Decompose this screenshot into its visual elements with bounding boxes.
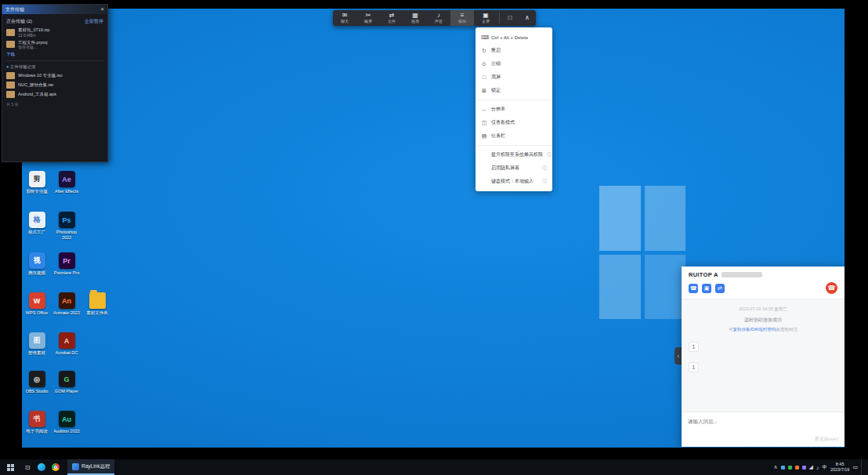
tray-app-icon[interactable]: [788, 466, 792, 470]
file-thumb-icon: [6, 72, 15, 79]
show-desktop-button[interactable]: [861, 459, 864, 475]
desktop-icon[interactable]: 素材文件夹: [84, 292, 110, 316]
bullet-icon: ●: [6, 64, 9, 69]
info-icon[interactable]: ⓘ: [547, 151, 552, 158]
desktop-icon-label: Acrobat DC: [53, 350, 80, 356]
download-link[interactable]: 下载: [6, 52, 103, 57]
chat-timestamp: 2023-07-19 19:35 星期三: [682, 306, 844, 312]
file-transfer-titlebar[interactable]: 文件传输 ×: [2, 5, 107, 14]
desktop-icon-label: Audition 2022: [53, 429, 80, 434]
history-row[interactable]: Windows 10 专业版.iso: [6, 72, 103, 79]
app-icon: Ae: [59, 171, 75, 187]
file-send-button[interactable]: ⇄: [715, 284, 725, 293]
task-view-button[interactable]: ⊡: [20, 459, 34, 475]
menu-item-lock[interactable]: ⊠锁定: [476, 84, 552, 97]
desktop-icon-label: 素材文件夹: [84, 310, 110, 316]
desktop-icon[interactable]: PsPhotoshop 2022: [53, 212, 80, 240]
message-badge[interactable]: 1: [689, 342, 699, 352]
desktop-icon[interactable]: 书电子书阅读: [24, 411, 50, 434]
transfer-row[interactable]: 工程文件.prproj 等待传输...: [6, 40, 103, 50]
desktop-icon[interactable]: 图壁纸素材: [24, 332, 50, 356]
clock[interactable]: 8:45 2023/7/19: [830, 462, 849, 473]
desktop-icon[interactable]: 剪剪映专业版: [24, 171, 50, 194]
app-icon: G: [59, 371, 75, 387]
info-icon[interactable]: ⓘ: [542, 165, 547, 172]
chat-input[interactable]: [682, 414, 844, 424]
quality-icon: ▦: [412, 13, 418, 19]
menu-item-elevate-privileges[interactable]: 提升权限至系统最高权限ⓘ: [476, 148, 552, 161]
toolbar-collapse-button[interactable]: ∧: [519, 10, 536, 26]
history-row[interactable]: Android_工具箱.apk: [6, 91, 103, 98]
menu-item-taskbar[interactable]: ▤任务栏: [476, 129, 552, 143]
raylink-app-icon: [72, 463, 79, 470]
menu-item-logout[interactable]: ⊙注销: [476, 57, 552, 71]
menu-item-keyboard-mode[interactable]: 键盘模式：本地输入ⓘ: [476, 175, 552, 188]
history-footer: 共 5 项: [6, 102, 103, 107]
taskbar-app-raylink[interactable]: RayLink远程: [67, 459, 114, 475]
tray-app-icon[interactable]: [802, 466, 806, 470]
toolbar-label: 聊天: [341, 20, 349, 24]
view-only-icon: ◫: [481, 120, 487, 126]
desktop-icon[interactable]: AeAfter Effects: [53, 171, 80, 194]
file-name: Windows 10 专业版.iso: [18, 73, 63, 78]
start-button[interactable]: [0, 459, 20, 475]
desktop-icon[interactable]: ◎OBS Studio: [24, 371, 50, 394]
voice-call-button[interactable]: ☎: [689, 284, 698, 293]
toolbar-actions-button[interactable]: ≡操作: [450, 10, 474, 26]
windows-logo-pane: [599, 186, 641, 251]
file-thumb-icon: [6, 29, 15, 36]
copy-credentials-link[interactable]: 复制设备ID和临时密码: [733, 327, 776, 332]
tray-app-icon[interactable]: [795, 466, 799, 470]
toolbar-sound-button[interactable]: ♪声音: [427, 10, 450, 26]
file-transfer-title: 文件传输: [5, 6, 24, 13]
history-row[interactable]: NUC_驱动合集.rar: [6, 82, 103, 89]
desktop-icon[interactable]: AAcrobat DC: [53, 332, 80, 356]
menu-item-restart[interactable]: ↻重启: [476, 44, 552, 57]
menu-item-resolution[interactable]: ↔分辨率: [476, 103, 552, 116]
menu-item-privacy-screen[interactable]: 启用隐私屏幕ⓘ: [476, 161, 552, 175]
desktop-icon[interactable]: 视腾讯视频: [24, 252, 50, 276]
file-thumb-icon: [6, 82, 15, 89]
menu-item-view-only[interactable]: ◫仅查看模式: [476, 116, 552, 129]
desktop-icon[interactable]: GGOM Player: [53, 371, 80, 394]
menu-item-ctrl-alt-del[interactable]: ⌨Ctrl + Alt + Delete: [476, 31, 552, 44]
network-icon[interactable]: ◢: [809, 464, 813, 470]
action-center-icon[interactable]: ▭: [852, 464, 858, 470]
screen-share-button[interactable]: ▣: [702, 284, 711, 293]
desktop-icon-label: WPS Office: [24, 310, 50, 316]
transfer-row[interactable]: 素材包_0719.zip 12.6 MB/s: [6, 27, 103, 38]
menu-item-blank-screen[interactable]: □黑屏: [476, 71, 552, 84]
desktop-icon[interactable]: 格格式工厂: [24, 212, 50, 235]
toolbar-screenshot-button[interactable]: ✂截屏: [356, 10, 380, 26]
toolbar-quality-button[interactable]: ▦画质: [403, 10, 427, 26]
panel-collapse-handle[interactable]: ‹: [675, 347, 682, 364]
desktop-icon[interactable]: AnAnimate 2022: [53, 292, 80, 316]
copy-credentials-tip: 可复制设备ID和临时密码发送给对方: [682, 327, 844, 332]
tray-app-icon[interactable]: [781, 466, 785, 470]
toolbar-file-button[interactable]: ⇄文件: [380, 10, 403, 26]
message-badge[interactable]: 1: [689, 362, 699, 372]
info-icon[interactable]: ⓘ: [542, 178, 547, 185]
actions-dropdown-menu: ⌨Ctrl + Alt + Delete ↻重启 ⊙注销 □黑屏 ⊠锁定 ↔分辨…: [476, 27, 552, 191]
language-indicator[interactable]: 中: [822, 464, 827, 471]
windows-logo-pane: [599, 255, 641, 320]
toolbar-fullscreen-button[interactable]: ▣全屏: [474, 10, 497, 26]
pause-all-link[interactable]: 全部暂停: [85, 18, 103, 25]
desktop-icon[interactable]: WWPS Office: [24, 292, 50, 316]
hangup-button[interactable]: ☎: [826, 282, 837, 294]
windows-logo-pane: [645, 255, 686, 320]
desktop-icon[interactable]: AuAudition 2022: [53, 411, 80, 434]
toolbar-window-button[interactable]: □: [501, 10, 519, 26]
close-icon[interactable]: ×: [100, 6, 104, 13]
volume-icon[interactable]: ♪: [816, 465, 819, 470]
history-section-header: ● 文件传输记录: [6, 64, 103, 70]
system-tray: ∧ ◢ ♪ 中 8:45 2023/7/19 ▭: [773, 459, 868, 475]
edge-button[interactable]: [34, 459, 49, 475]
desktop-icon[interactable]: PrPremiere Pro: [53, 252, 80, 276]
file-status: 等待传输...: [18, 45, 48, 49]
clock-time: 8:45: [830, 462, 849, 467]
chrome-button[interactable]: [49, 459, 63, 475]
send-hint[interactable]: 发送(Enter): [815, 436, 838, 443]
tray-expand-button[interactable]: ∧: [773, 464, 777, 470]
toolbar-chat-button[interactable]: ✉聊天: [333, 10, 356, 26]
